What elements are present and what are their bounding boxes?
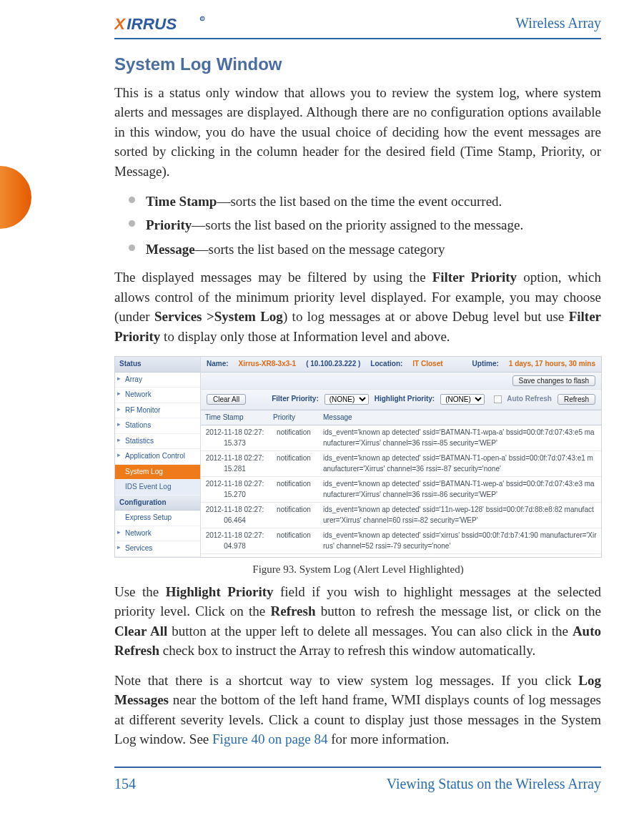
cell-msg: ids_event='known ap detected' ssid='11n-…: [319, 503, 601, 528]
cell-ts: 2012-11-18 02:27:15.281: [201, 451, 269, 477]
refresh-button[interactable]: Refresh: [558, 394, 595, 405]
sidebar-item-stations[interactable]: Stations: [115, 418, 200, 434]
col-timestamp[interactable]: Time Stamp: [201, 410, 269, 425]
ui-sidebar: Status Array Network RF Monitor Stations…: [115, 357, 201, 557]
text: ) to log messages at or above Debug leve…: [283, 309, 569, 324]
auto-refresh-checkbox[interactable]: [494, 395, 502, 404]
filter-priority-label: Filter Priority:: [272, 394, 319, 405]
sort-bullets: Time Stamp—sorts the list based on the t…: [114, 192, 601, 260]
sidebar-item-express-setup[interactable]: Express Setup: [115, 511, 200, 526]
text-bold: Highlight Priority: [166, 584, 274, 599]
ui-topbar: Name: Xirrus-XR8-3x3-1 ( 10.100.23.222 )…: [201, 357, 601, 373]
clear-all-button[interactable]: Clear All: [207, 394, 246, 405]
figure-caption: Figure 93. System Log (Alert Level Highl…: [114, 562, 602, 578]
topbar-ip: ( 10.100.23.222 ): [306, 359, 360, 370]
bullet-timestamp: Time Stamp—sorts the list based on the t…: [146, 192, 601, 212]
log-table-body: 2012-11-18 02:27:15.373 notification ids…: [201, 425, 601, 554]
text: button at the upper left to delete all m…: [167, 624, 573, 639]
text-bold: Filter Priority: [432, 270, 517, 285]
bullet-term: Priority: [146, 217, 192, 232]
svg-text:X: X: [114, 14, 127, 32]
text-bold: Refresh: [271, 603, 316, 619]
note-para: Note that there is a shortcut way to vie…: [114, 671, 601, 749]
sidebar-item-network[interactable]: Network: [115, 388, 200, 403]
bullet-desc: —sorts the list based on the time the ev…: [217, 194, 502, 209]
running-footer: 154 Viewing Status on the Wireless Array: [114, 768, 601, 810]
sidebar-item-rf-monitor[interactable]: RF Monitor: [115, 403, 200, 419]
auto-refresh-wrap[interactable]: Auto Refresh: [490, 393, 552, 406]
sidebar-item-ids-event[interactable]: IDS Event Log: [115, 480, 200, 496]
col-priority[interactable]: Priority: [269, 410, 319, 425]
side-color-tab: [0, 166, 31, 229]
table-row: 2012-11-18 02:27:06.464 notification ids…: [201, 503, 601, 528]
page-number: 154: [114, 774, 136, 794]
text: Use the: [114, 584, 166, 599]
bullet-priority: Priority—sorts the list based on the pri…: [146, 215, 601, 235]
cell-ts: 2012-11-18 02:27:15.270: [201, 477, 269, 503]
cell-prio: notification: [269, 503, 319, 528]
text: Note that there is a shortcut way to vie…: [114, 673, 578, 688]
ui-main: Name: Xirrus-XR8-3x3-1 ( 10.100.23.222 )…: [201, 357, 601, 557]
save-button[interactable]: Save changes to flash: [512, 375, 595, 386]
footer-section: Viewing Status on the Wireless Array: [387, 774, 601, 794]
ui-save-row: Save changes to flash: [201, 373, 601, 390]
sidebar-item-app-control[interactable]: Application Control: [115, 449, 200, 465]
topbar-name-value: Xirrus-XR8-3x3-1: [239, 359, 297, 370]
bullet-desc: —sorts the list based on the message cat…: [195, 242, 445, 257]
sidebar-item-system-log[interactable]: System Log: [115, 465, 200, 481]
use-para: Use the Highlight Priority field if you …: [114, 582, 601, 661]
intro-para: This is a status only window that allows…: [114, 83, 601, 182]
col-message[interactable]: Message: [319, 410, 601, 425]
highlight-priority-select[interactable]: (NONE): [440, 394, 485, 405]
topbar-uptime-label: Uptime:: [472, 359, 499, 370]
text: The displayed messages may be filtered b…: [114, 270, 432, 285]
sidebar-header-status: Status: [115, 357, 200, 373]
text: button to refresh the message list, or c…: [315, 603, 601, 619]
topbar-loc-label: Location:: [370, 359, 402, 370]
bullet-term: Message: [146, 242, 195, 257]
filter-priority-select[interactable]: (NONE): [325, 394, 369, 405]
topbar-name-label: Name:: [207, 359, 229, 370]
svg-text:R: R: [201, 17, 204, 21]
sidebar-item-array[interactable]: Array: [115, 373, 200, 388]
cell-ts: 2012-11-18 02:27:15.373: [201, 425, 269, 451]
ui-filter-row: Clear All Filter Priority: (NONE) Highli…: [201, 390, 601, 410]
header-rule: [114, 38, 601, 39]
cell-msg: ids_event='known ap detected' ssid='BATM…: [319, 451, 601, 477]
cell-msg: ids_event='known ap detected' ssid='BATM…: [319, 425, 601, 451]
sidebar-item-statistics[interactable]: Statistics: [115, 434, 200, 450]
cell-prio: notification: [269, 528, 319, 554]
cell-msg: ids_event='known ap detected' ssid='BATM…: [319, 477, 601, 503]
page-title: System Log Window: [114, 52, 601, 77]
embedded-ui: Status Array Network RF Monitor Stations…: [114, 356, 602, 558]
running-header: X IRRUS R Wireless Array: [114, 0, 601, 36]
text: to display only those at Information lev…: [160, 329, 450, 344]
cell-ts: 2012-11-18 02:27:04.978: [201, 528, 269, 554]
sidebar-item-cfg-services[interactable]: Services: [115, 541, 200, 557]
cell-msg: ids_event='known ap detected' ssid='xirr…: [319, 528, 601, 554]
table-row: 2012-11-18 02:27:15.281 notification ids…: [201, 451, 601, 477]
cell-prio: notification: [269, 451, 319, 477]
brand-logo: X IRRUS R: [114, 14, 214, 33]
cell-prio: notification: [269, 477, 319, 503]
text-bold: Clear All: [114, 624, 167, 639]
topbar-loc-value: IT Closet: [412, 359, 442, 370]
table-row: 2012-11-18 02:27:15.373 notification ids…: [201, 425, 601, 451]
filter-para: The displayed messages may be filtered b…: [114, 267, 601, 346]
auto-refresh-label: Auto Refresh: [507, 394, 552, 405]
running-header-title: Wireless Array: [515, 13, 601, 34]
text: for more information.: [328, 731, 450, 747]
text: check box to instruct the Array to refre…: [159, 643, 535, 658]
bullet-message: Message—sorts the list based on the mess…: [146, 240, 601, 260]
cell-ts: 2012-11-18 02:27:06.464: [201, 503, 269, 528]
topbar-uptime-value: 1 days, 17 hours, 30 mins: [509, 359, 595, 370]
text-bold: Services >System Log: [154, 309, 283, 324]
cross-reference-link[interactable]: Figure 40 on page 84: [212, 731, 327, 747]
log-table: Time Stamp Priority Message 2012-11-18 0…: [201, 410, 601, 555]
bullet-term: Time Stamp: [146, 194, 217, 209]
table-row: 2012-11-18 02:27:04.978 notification ids…: [201, 528, 601, 554]
sidebar-item-cfg-network[interactable]: Network: [115, 526, 200, 542]
cell-prio: notification: [269, 425, 319, 451]
svg-text:IRRUS: IRRUS: [127, 14, 177, 32]
figure-screenshot: Status Array Network RF Monitor Stations…: [114, 356, 602, 577]
